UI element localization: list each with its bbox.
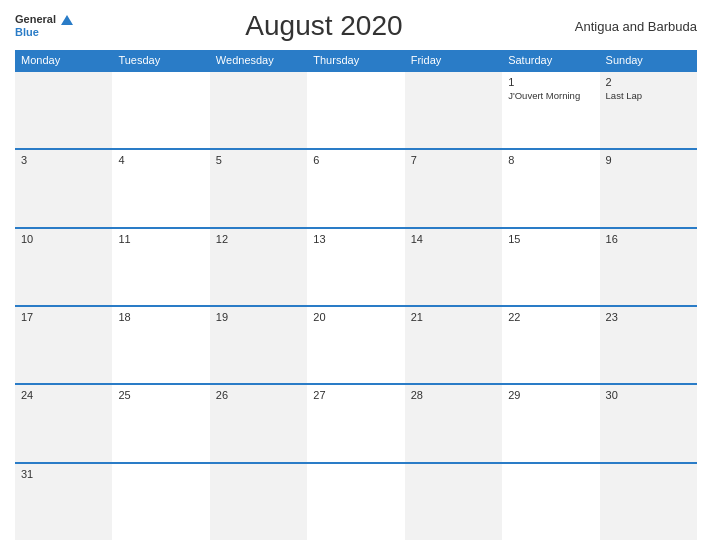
day-number: 15 bbox=[508, 233, 593, 245]
calendar-cell: 29 bbox=[502, 385, 599, 461]
event-label: J'Ouvert Morning bbox=[508, 90, 593, 102]
day-number: 17 bbox=[21, 311, 106, 323]
calendar-cell: 12 bbox=[210, 229, 307, 305]
calendar-header: MondayTuesdayWednesdayThursdayFridaySatu… bbox=[15, 50, 697, 70]
calendar-cell: 31 bbox=[15, 464, 112, 540]
day-number: 1 bbox=[508, 76, 593, 88]
calendar-cell: 30 bbox=[600, 385, 697, 461]
calendar-cell: 26 bbox=[210, 385, 307, 461]
calendar-cell bbox=[112, 464, 209, 540]
weekday-header-tuesday: Tuesday bbox=[112, 50, 209, 70]
calendar-cell bbox=[210, 72, 307, 148]
day-number: 29 bbox=[508, 389, 593, 401]
calendar-cell bbox=[600, 464, 697, 540]
day-number: 2 bbox=[606, 76, 691, 88]
calendar-week-5: 24252627282930 bbox=[15, 383, 697, 461]
calendar-cell: 8 bbox=[502, 150, 599, 226]
calendar-cell bbox=[112, 72, 209, 148]
weekday-header-monday: Monday bbox=[15, 50, 112, 70]
weekday-header-sunday: Sunday bbox=[600, 50, 697, 70]
day-number: 6 bbox=[313, 154, 398, 166]
calendar-cell: 24 bbox=[15, 385, 112, 461]
day-number: 18 bbox=[118, 311, 203, 323]
day-number: 11 bbox=[118, 233, 203, 245]
event-label: Last Lap bbox=[606, 90, 691, 102]
day-number: 5 bbox=[216, 154, 301, 166]
calendar-cell: 11 bbox=[112, 229, 209, 305]
day-number: 21 bbox=[411, 311, 496, 323]
calendar-cell: 13 bbox=[307, 229, 404, 305]
calendar-cell bbox=[307, 72, 404, 148]
logo-top: General bbox=[15, 13, 73, 26]
calendar-cell bbox=[210, 464, 307, 540]
calendar-week-2: 3456789 bbox=[15, 148, 697, 226]
calendar-cell: 14 bbox=[405, 229, 502, 305]
calendar-week-3: 10111213141516 bbox=[15, 227, 697, 305]
day-number: 10 bbox=[21, 233, 106, 245]
calendar-week-6: 31 bbox=[15, 462, 697, 540]
calendar-cell bbox=[502, 464, 599, 540]
calendar-cell: 17 bbox=[15, 307, 112, 383]
day-number: 14 bbox=[411, 233, 496, 245]
day-number: 12 bbox=[216, 233, 301, 245]
country-name: Antigua and Barbuda bbox=[575, 19, 697, 34]
calendar-cell: 15 bbox=[502, 229, 599, 305]
calendar-cell: 25 bbox=[112, 385, 209, 461]
day-number: 31 bbox=[21, 468, 106, 480]
day-number: 26 bbox=[216, 389, 301, 401]
logo: General Blue bbox=[15, 13, 73, 39]
day-number: 4 bbox=[118, 154, 203, 166]
calendar: MondayTuesdayWednesdayThursdayFridaySatu… bbox=[15, 50, 697, 540]
day-number: 22 bbox=[508, 311, 593, 323]
calendar-cell: 7 bbox=[405, 150, 502, 226]
calendar-cell bbox=[405, 464, 502, 540]
calendar-cell: 16 bbox=[600, 229, 697, 305]
day-number: 24 bbox=[21, 389, 106, 401]
day-number: 30 bbox=[606, 389, 691, 401]
calendar-cell: 23 bbox=[600, 307, 697, 383]
day-number: 16 bbox=[606, 233, 691, 245]
calendar-week-4: 17181920212223 bbox=[15, 305, 697, 383]
logo-triangle-icon bbox=[61, 15, 73, 25]
calendar-cell: 1J'Ouvert Morning bbox=[502, 72, 599, 148]
calendar-cell: 9 bbox=[600, 150, 697, 226]
calendar-cell bbox=[15, 72, 112, 148]
weekday-header-saturday: Saturday bbox=[502, 50, 599, 70]
weekday-header-thursday: Thursday bbox=[307, 50, 404, 70]
day-number: 27 bbox=[313, 389, 398, 401]
weekday-header-wednesday: Wednesday bbox=[210, 50, 307, 70]
page-header: General Blue August 2020 Antigua and Bar… bbox=[15, 10, 697, 42]
logo-general-text: General bbox=[15, 13, 56, 25]
calendar-cell: 19 bbox=[210, 307, 307, 383]
calendar-body: 1J'Ouvert Morning2Last Lap34567891011121… bbox=[15, 70, 697, 540]
calendar-cell: 22 bbox=[502, 307, 599, 383]
calendar-cell: 21 bbox=[405, 307, 502, 383]
logo-blue-text: Blue bbox=[15, 26, 73, 39]
day-number: 13 bbox=[313, 233, 398, 245]
day-number: 3 bbox=[21, 154, 106, 166]
calendar-cell bbox=[307, 464, 404, 540]
calendar-cell: 28 bbox=[405, 385, 502, 461]
weekday-header-friday: Friday bbox=[405, 50, 502, 70]
calendar-cell: 2Last Lap bbox=[600, 72, 697, 148]
month-title: August 2020 bbox=[245, 10, 402, 42]
day-number: 7 bbox=[411, 154, 496, 166]
calendar-cell: 20 bbox=[307, 307, 404, 383]
calendar-cell: 18 bbox=[112, 307, 209, 383]
calendar-cell: 4 bbox=[112, 150, 209, 226]
calendar-cell: 3 bbox=[15, 150, 112, 226]
calendar-cell: 27 bbox=[307, 385, 404, 461]
day-number: 19 bbox=[216, 311, 301, 323]
calendar-cell: 5 bbox=[210, 150, 307, 226]
calendar-week-1: 1J'Ouvert Morning2Last Lap bbox=[15, 70, 697, 148]
calendar-cell: 6 bbox=[307, 150, 404, 226]
day-number: 20 bbox=[313, 311, 398, 323]
day-number: 25 bbox=[118, 389, 203, 401]
day-number: 8 bbox=[508, 154, 593, 166]
day-number: 23 bbox=[606, 311, 691, 323]
day-number: 28 bbox=[411, 389, 496, 401]
day-number: 9 bbox=[606, 154, 691, 166]
calendar-cell bbox=[405, 72, 502, 148]
calendar-cell: 10 bbox=[15, 229, 112, 305]
